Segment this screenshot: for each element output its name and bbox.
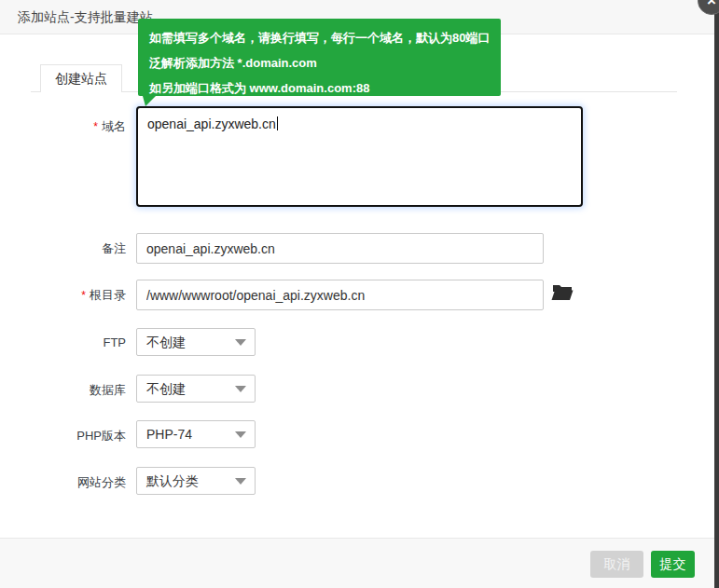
php-version-select[interactable]: PHP-74 <box>136 420 256 448</box>
folder-icon <box>551 282 574 303</box>
site-category-label: 网站分类 <box>28 474 126 491</box>
tooltip-line-3: 如另加端口格式为 www.domain.com:88 <box>149 75 490 101</box>
dialog-footer: 取消 提交 <box>0 538 714 588</box>
remark-label: 备注 <box>28 240 126 257</box>
ftp-select-value: 不创建 <box>146 329 186 355</box>
domain-value: openai_api.zyxweb.cn <box>147 116 276 131</box>
folder-browse-button[interactable] <box>551 282 574 305</box>
chevron-down-icon <box>235 478 246 485</box>
site-category-select[interactable]: 默认分类 <box>136 467 256 495</box>
rootdir-input[interactable] <box>136 280 544 310</box>
dialog-title: 添加站点-支持批量建站 <box>18 0 153 34</box>
tooltip-pointer <box>143 96 156 106</box>
database-select[interactable]: 不创建 <box>136 375 256 403</box>
php-version-select-value: PHP-74 <box>146 421 192 447</box>
tab-create-site[interactable]: 创建站点 <box>40 64 122 92</box>
required-marker: * <box>81 289 86 302</box>
text-caret <box>277 116 278 130</box>
database-select-value: 不创建 <box>146 376 186 402</box>
tooltip-line-2: 泛解析添加方法 *.domain.com <box>149 50 490 75</box>
remark-input[interactable] <box>136 233 544 264</box>
cancel-button[interactable]: 取消 <box>590 551 643 578</box>
required-marker: * <box>93 120 98 133</box>
add-site-dialog: 添加站点-支持批量建站 × 创建站点 如需填写多个域名，请换行填写，每行一个域名… <box>0 0 714 588</box>
domain-textarea[interactable]: openai_api.zyxweb.cn <box>136 106 583 207</box>
chevron-down-icon <box>235 339 246 346</box>
site-category-select-value: 默认分类 <box>146 468 199 494</box>
tooltip-line-1: 如需填写多个域名，请换行填写，每行一个域名，默认为80端口 <box>149 25 490 50</box>
ftp-select[interactable]: 不创建 <box>136 328 256 356</box>
domain-help-tooltip: 如需填写多个域名，请换行填写，每行一个域名，默认为80端口 泛解析添加方法 *.… <box>138 19 501 96</box>
close-icon: × <box>707 0 716 9</box>
chevron-down-icon <box>235 386 246 392</box>
database-label: 数据库 <box>28 382 126 399</box>
tab-label: 创建站点 <box>55 71 107 86</box>
domain-label: *域名 <box>28 118 126 135</box>
php-version-label: PHP版本 <box>28 428 126 444</box>
rootdir-label: *根目录 <box>28 287 126 304</box>
ftp-label: FTP <box>28 335 126 349</box>
submit-button[interactable]: 提交 <box>651 551 695 578</box>
chevron-down-icon <box>235 431 246 438</box>
